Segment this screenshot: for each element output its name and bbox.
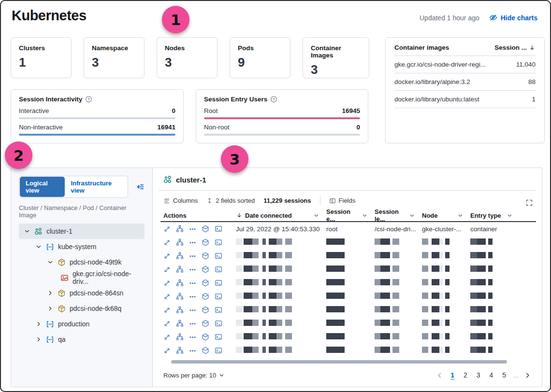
more-actions-icon[interactable] [189, 225, 196, 233]
tree-item-kube-system[interactable]: kube-system [19, 239, 145, 254]
rows-per-page-button[interactable]: Rows per page: 10 [163, 372, 225, 379]
previous-page-icon[interactable] [436, 372, 443, 379]
chevron-down-icon[interactable] [362, 212, 368, 219]
page-4[interactable]: 4 [488, 370, 495, 380]
column-header-session-entry[interactable]: Session e... [323, 208, 372, 223]
tree-item-pdcsi-node-864sn[interactable]: pdcsi-node-864sn [19, 285, 145, 301]
expand-session-icon[interactable] [163, 307, 171, 314]
process-tree-icon[interactable] [176, 347, 184, 354]
tree-item-pdcsi-node-49t9k[interactable]: pdcsi-node-49t9k [19, 254, 145, 270]
page-2[interactable]: 2 [462, 370, 469, 380]
more-actions-icon[interactable] [189, 293, 196, 300]
cube-icon[interactable] [202, 306, 209, 314]
expand-session-icon[interactable] [163, 293, 171, 300]
expand-session-icon[interactable] [163, 266, 171, 273]
terminal-icon[interactable] [215, 333, 222, 341]
columns-button[interactable]: Columns [163, 197, 198, 204]
terminal-icon[interactable] [215, 252, 222, 260]
next-page-icon[interactable] [524, 372, 531, 379]
help-icon[interactable]: ? [270, 96, 277, 103]
page-3[interactable]: 3 [475, 370, 482, 380]
process-tree-icon[interactable] [176, 320, 184, 327]
chevron-down-icon[interactable] [313, 212, 319, 219]
more-actions-icon[interactable] [189, 334, 196, 341]
page-5[interactable]: 5 [500, 370, 508, 380]
sort-fields-button[interactable]: 2 fields sorted [206, 197, 255, 204]
redacted-cell [233, 238, 323, 246]
cube-icon[interactable] [202, 347, 209, 354]
process-tree-icon[interactable] [176, 238, 184, 246]
page-1[interactable]: 1 [449, 370, 456, 380]
more-actions-icon[interactable] [189, 266, 196, 273]
terminal-icon[interactable] [215, 320, 222, 327]
expand-session-icon[interactable] [163, 252, 171, 260]
tree-item-pdcsi-node-tk68q[interactable]: pdcsi-node-tk68q [19, 301, 145, 316]
process-tree-icon[interactable] [176, 252, 184, 260]
more-actions-icon[interactable] [189, 320, 196, 327]
tree-item-container-image[interactable]: gke.gcr.io/csi-node-driv... [19, 270, 145, 285]
sessions-table-area: cluster-1 Columns 2 fields sorted 11,229… [153, 168, 542, 387]
more-actions-icon[interactable] [189, 252, 196, 260]
fields-button[interactable]: Fields [329, 197, 356, 204]
more-actions-icon[interactable] [189, 347, 196, 354]
cube-icon[interactable] [202, 293, 209, 300]
chevron-down-icon[interactable] [507, 212, 513, 219]
terminal-icon[interactable] [215, 347, 222, 354]
expand-session-icon[interactable] [163, 320, 171, 327]
process-tree-icon[interactable] [176, 225, 184, 233]
expand-session-icon[interactable] [163, 280, 171, 287]
process-tree-icon[interactable] [176, 306, 184, 314]
column-header-entry-type[interactable]: Entry type [467, 212, 514, 219]
expand-session-icon[interactable] [163, 239, 171, 246]
collapse-tree-icon[interactable] [136, 182, 145, 191]
terminal-icon[interactable] [215, 225, 222, 233]
column-header-session-leader[interactable]: Session le... [372, 208, 419, 223]
cube-icon[interactable] [202, 238, 209, 246]
expand-session-icon[interactable] [163, 347, 171, 354]
redacted-cell [233, 306, 323, 314]
cube-icon[interactable] [202, 279, 209, 287]
process-tree-icon[interactable] [176, 279, 184, 287]
chevron-down-icon[interactable] [457, 212, 464, 219]
tree-item-label: pdcsi-node-tk68q [70, 305, 121, 312]
terminal-icon[interactable] [215, 279, 222, 287]
terminal-icon[interactable] [215, 266, 222, 273]
column-header-node[interactable]: Node [419, 212, 467, 219]
expand-session-icon[interactable] [163, 225, 171, 233]
cube-icon[interactable] [202, 266, 209, 273]
terminal-icon[interactable] [215, 238, 222, 246]
tree-item-cluster-1[interactable]: cluster-1 [19, 224, 145, 239]
sessions-sort-header[interactable]: Session ... [494, 44, 536, 51]
container-images-panel: Container images Session ... gke.gcr.io/… [385, 37, 545, 143]
more-actions-icon[interactable] [189, 239, 196, 246]
cell-session-leader: /csi-node-dri... [372, 225, 419, 233]
more-actions-icon[interactable] [189, 307, 196, 314]
redacted-cell [467, 266, 514, 273]
terminal-icon[interactable] [215, 306, 222, 314]
cube-icon[interactable] [202, 225, 209, 233]
redacted-cell [467, 320, 514, 327]
help-icon[interactable]: ? [85, 96, 92, 103]
cube-icon[interactable] [202, 320, 209, 327]
process-tree-icon[interactable] [176, 293, 184, 300]
column-header-date-connected[interactable]: Date connected [233, 212, 323, 219]
process-tree-icon[interactable] [176, 333, 184, 341]
redacted-cell [372, 293, 419, 300]
cube-icon[interactable] [202, 252, 209, 260]
terminal-icon[interactable] [215, 293, 222, 300]
stat-card-namespace: Namespace 3 [84, 37, 145, 78]
process-tree-icon[interactable] [176, 266, 184, 273]
expand-session-icon[interactable] [163, 334, 171, 341]
chevron-down-icon[interactable] [409, 212, 415, 219]
cell-session-entry-user: root [323, 225, 372, 233]
stat-label: Pods [238, 44, 282, 52]
hide-charts-button[interactable]: Hide charts [489, 14, 537, 22]
tree-item-qa[interactable]: qa [19, 332, 145, 347]
fullscreen-icon[interactable] [525, 199, 533, 207]
tree-item-production[interactable]: production [19, 316, 145, 332]
horizontal-scrollbar[interactable] [171, 360, 507, 364]
more-actions-icon[interactable] [189, 280, 196, 287]
cube-icon[interactable] [202, 333, 209, 341]
infrastructure-view-button[interactable]: Infrastructure view [65, 177, 127, 197]
logical-view-button[interactable]: Logical view [20, 177, 65, 197]
